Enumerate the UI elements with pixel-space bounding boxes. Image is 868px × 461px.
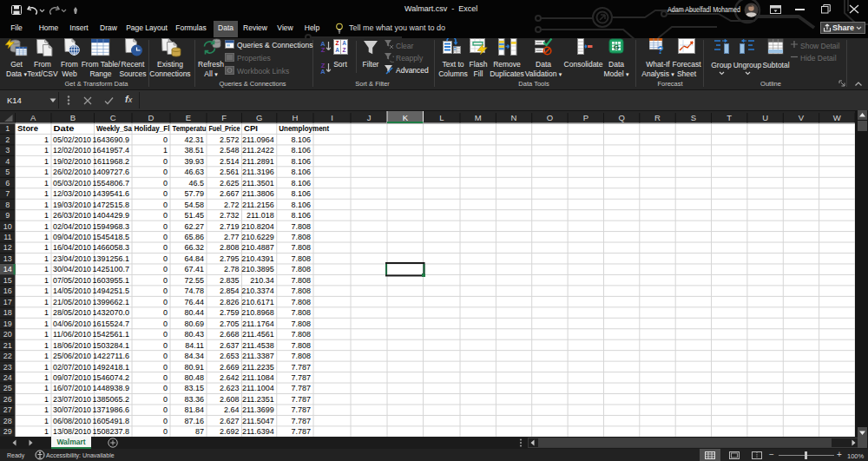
svg-text:25: 25 [3,384,12,392]
svg-text:30/04/2010: 30/04/2010 [53,265,91,273]
svg-text:2.625: 2.625 [220,179,240,188]
svg-text:83.36: 83.36 [184,395,204,404]
svg-text:I: I [331,113,333,122]
svg-text:0: 0 [163,308,168,317]
svg-text:8.106: 8.106 [291,189,311,198]
svg-text:1594968.3: 1594968.3 [92,222,129,231]
svg-text:1466058.3: 1466058.3 [92,243,129,252]
svg-text:2.78: 2.78 [224,265,240,273]
svg-text:2.669: 2.669 [220,363,240,372]
svg-text:T: T [727,113,732,122]
svg-text:0: 0 [163,427,168,436]
svg-text:25/06/2010: 25/06/2010 [53,352,91,360]
svg-text:1448938.9: 1448938.9 [92,384,129,392]
svg-text:0: 0 [163,319,168,328]
svg-text:0: 0 [163,341,168,350]
svg-text:0: 0 [163,363,168,372]
svg-text:17: 17 [3,298,12,306]
svg-text:U: U [762,113,768,122]
svg-text:1425100.7: 1425100.7 [92,265,129,273]
svg-text:2.826: 2.826 [220,298,240,306]
svg-text:CPI: CPI [244,124,258,133]
svg-text:1: 1 [44,168,49,176]
svg-text:8.106: 8.106 [291,135,311,144]
svg-text:A: A [30,113,36,122]
svg-text:1439541.6: 1439541.6 [92,189,129,198]
svg-text:211.1004: 211.1004 [242,384,274,392]
svg-text:0: 0 [163,417,168,425]
svg-text:1: 1 [44,405,49,414]
svg-text:Q: Q [618,113,624,122]
svg-text:1371986.6: 1371986.6 [92,405,129,414]
svg-text:09/07/2010: 09/07/2010 [53,373,91,382]
svg-text:0: 0 [163,265,168,273]
svg-text:7.787: 7.787 [291,384,311,392]
svg-text:211.4561: 211.4561 [242,330,274,339]
svg-text:Holiday_Fl: Holiday_Fl [135,124,170,133]
svg-text:1422711.6: 1422711.6 [93,352,129,360]
svg-text:2.705: 2.705 [220,319,240,328]
svg-text:13/08/2010: 13/08/2010 [53,427,91,436]
svg-text:0: 0 [163,243,168,252]
svg-text:9: 9 [5,211,10,220]
svg-text:7.808: 7.808 [291,352,311,360]
svg-text:211.3387: 211.3387 [242,352,274,360]
svg-text:1: 1 [44,319,49,328]
svg-text:1: 1 [44,384,49,392]
svg-text:0: 0 [163,254,168,263]
svg-text:16/07/2010: 16/07/2010 [53,384,91,392]
svg-text:30/07/2010: 30/07/2010 [53,405,91,414]
svg-text:7.787: 7.787 [291,405,311,414]
svg-text:22: 22 [3,352,12,360]
svg-text:211.2156: 211.2156 [242,201,274,209]
svg-text:R: R [654,113,661,122]
svg-text:Z: Z [336,40,339,46]
svg-text:0: 0 [163,330,168,339]
svg-text:1: 1 [44,395,49,404]
svg-text:1: 1 [44,233,49,241]
svg-text:1: 1 [44,189,49,198]
svg-text:80.69: 80.69 [184,319,204,328]
svg-text:0: 0 [163,157,168,166]
svg-text:02/04/2010: 02/04/2010 [53,222,91,231]
svg-text:7.808: 7.808 [291,222,311,231]
svg-text:46.5: 46.5 [188,179,204,188]
svg-text:1: 1 [163,146,168,155]
svg-text:13: 13 [3,254,12,263]
svg-text:87: 87 [195,427,204,436]
svg-text:211.018: 211.018 [247,211,274,220]
svg-text:21/05/2010: 21/05/2010 [53,298,91,306]
svg-text:211.3806: 211.3806 [242,189,274,198]
svg-text:210.6229: 210.6229 [241,233,274,241]
svg-text:1605491.8: 1605491.8 [92,417,129,425]
svg-text:C: C [110,113,116,122]
svg-text:2.72: 2.72 [224,201,240,209]
svg-text:0: 0 [163,233,168,241]
svg-text:2: 2 [5,135,10,144]
svg-text:1409727.6: 1409727.6 [92,168,129,176]
svg-text:1: 1 [44,201,49,209]
svg-text:1: 1 [44,330,49,339]
svg-text:7.808: 7.808 [291,286,311,295]
svg-text:2.835: 2.835 [220,276,240,285]
svg-text:1542561.1: 1542561.1 [92,330,129,339]
svg-text:211.2422: 211.2422 [242,146,274,155]
svg-text:39.93: 39.93 [184,157,204,166]
svg-text:16/04/2010: 16/04/2010 [53,243,91,252]
svg-text:8.106: 8.106 [291,157,311,166]
svg-text:1: 1 [44,254,49,263]
svg-text:24: 24 [3,373,12,382]
svg-text:2.623: 2.623 [220,384,240,392]
svg-text:23/04/2010: 23/04/2010 [53,254,91,263]
svg-text:7: 7 [5,189,10,198]
svg-text:211.5047: 211.5047 [242,417,274,425]
svg-text:A: A [335,47,339,53]
svg-text:Fuel_Price: Fuel_Price [209,124,240,133]
svg-text:23: 23 [3,363,12,372]
svg-text:2.854: 2.854 [220,286,240,295]
svg-text:26: 26 [3,395,12,404]
svg-text:J: J [367,113,372,122]
svg-text:1399662.1: 1399662.1 [92,298,129,306]
svg-text:27: 27 [3,405,12,414]
svg-text:1391256.1: 1391256.1 [92,254,129,263]
